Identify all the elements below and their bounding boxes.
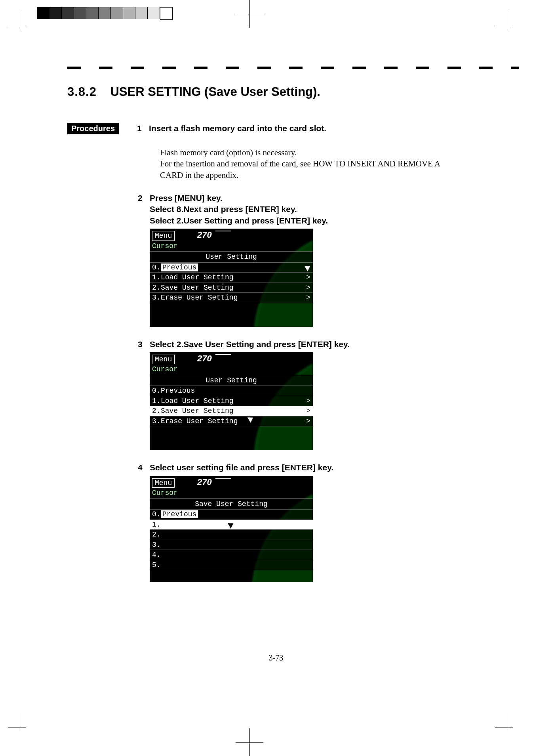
step-1-title: Insert a flash memory card into the card… [149,123,326,134]
menu-row-5: 5. [150,560,313,571]
menu-row-3: 3. [150,540,313,550]
cursor-label: Cursor [150,365,313,375]
section-title-text: USER SETTING (Save User Setting). [110,85,320,99]
step-2-line1: Press [MENU] key. [150,193,223,202]
grayscale-registration-strip [37,7,552,19]
cursor-label: Cursor [150,489,313,498]
step-3-number: 3 [138,339,150,350]
cursor-pointer-icon [305,263,312,271]
menu-button: Menu [152,231,175,241]
page-number: 3-73 [0,653,552,662]
menu-title: Save User Setting [150,498,313,510]
menu-row-2: 2. [150,530,313,540]
menu-row-1: 1. Load User Setting > [150,273,313,283]
section-divider [67,67,519,69]
menu-row-1-selected: 1. [150,520,313,530]
section-heading: 3.8.2 USER SETTING (Save User Setting). [67,85,542,99]
crop-mark-top-left [8,12,36,40]
menu-row-3: 3. Erase User Setting > [150,293,313,303]
device-screenshot-2: 270 Menu Cursor User Setting 0. Previous… [150,352,313,451]
step-2-line3: Select 2.User Setting and press [ENTER] … [150,216,328,225]
step-3: 3 Select 2.Save User Setting and press [… [138,339,461,350]
menu-title: User Setting [150,251,313,263]
step-2-number: 2 [138,193,150,226]
step-4-title: Select user setting file and press [ENTE… [150,462,333,473]
menu-row-1: 1. Load User Setting > [150,396,313,407]
section-number: 3.8.2 [67,85,97,99]
device-screenshot-1: 270 Menu Cursor User Setting 0. Previous… [150,229,313,327]
step-1-number: 1 [137,123,149,134]
step-1-body-line1: Flash memory card (option) is necessary. [160,148,297,157]
step-1-body-line2: For the insertion and removal of the car… [160,159,440,179]
menu-row-3: 3. Erase User Setting > [150,416,313,427]
menu-row-0: 0. Previous [150,386,313,396]
step-2: 2 Press [MENU] key. Select 8.Next and pr… [138,193,461,226]
procedures-tag: Procedures [67,123,119,134]
step-4-number: 4 [138,462,150,473]
menu-button: Menu [152,355,175,365]
device-screenshot-3: 270 Menu Cursor Save User Setting 0. Pre… [150,476,313,582]
step-1-body: Flash memory card (option) is necessary.… [160,147,461,181]
step-3-title: Select 2.Save User Setting and press [EN… [150,339,350,350]
menu-row-0: 0. Previous [150,263,313,273]
step-4: 4 Select user setting file and press [EN… [138,462,461,473]
step-1: 1 Insert a flash memory card into the ca… [137,123,326,134]
cursor-label: Cursor [150,242,313,252]
menu-row-2-selected: 2. Save User Setting > [150,406,313,416]
menu-row-0: 0. Previous [150,510,313,520]
step-2-line2: Select 8.Next and press [ENTER] key. [150,204,297,214]
menu-row-4: 4. [150,550,313,560]
menu-title: User Setting [150,375,313,386]
menu-row-2: 2. Save User Setting > [150,283,313,293]
menu-button: Menu [152,478,175,488]
